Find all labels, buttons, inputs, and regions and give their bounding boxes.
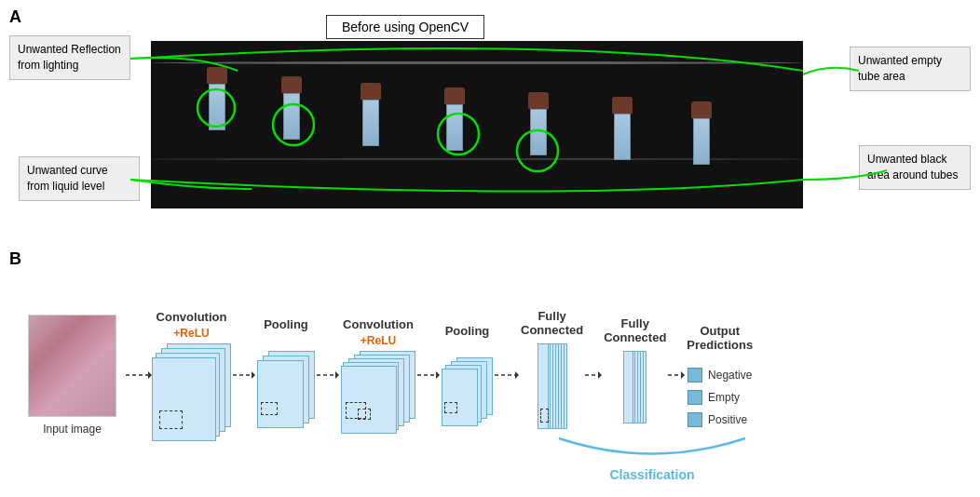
cnn-diagram: Input image Convolution +ReLU xyxy=(28,268,969,482)
circle-overlay xyxy=(151,41,803,208)
classification-area: Classification xyxy=(522,434,783,482)
section-b-label: B xyxy=(9,249,21,269)
svg-marker-15 xyxy=(598,371,602,379)
svg-marker-17 xyxy=(681,371,685,379)
output-square-3 xyxy=(687,412,702,427)
camera-image xyxy=(151,41,803,208)
classification-curve-svg xyxy=(550,434,755,462)
output-square-2 xyxy=(687,390,702,405)
pool1-label: Pooling xyxy=(264,317,308,331)
svg-marker-11 xyxy=(436,371,440,379)
conv2-block: Convolution +ReLU xyxy=(341,317,415,433)
arrow-4 xyxy=(415,319,442,431)
annotation-empty-tube: Unwanted empty tube area xyxy=(850,47,971,91)
svg-point-0 xyxy=(197,89,235,127)
input-image xyxy=(28,315,116,417)
arrow-2 xyxy=(231,319,257,431)
input-image-container: Input image xyxy=(28,315,116,436)
arrow-5 xyxy=(493,319,521,431)
arrow-6 xyxy=(583,319,604,431)
section-b: B Input image Convolution +ReLU xyxy=(9,249,971,490)
output-label: Output Predictions xyxy=(687,324,753,352)
before-opencv-box: Before using OpenCV xyxy=(326,15,484,39)
output-negative: Negative xyxy=(708,368,752,383)
output-positive: Positive xyxy=(708,412,752,427)
input-label: Input image xyxy=(43,423,102,436)
fc1-label: Fully Connected xyxy=(521,309,583,337)
svg-marker-13 xyxy=(515,371,519,379)
classification-label: Classification xyxy=(522,467,783,482)
annotation-black-area: Unwanted black area around tubes xyxy=(859,145,971,190)
fc2-block: Fully Connected xyxy=(604,316,666,435)
annotation-curve: Unwanted curve from liquid level xyxy=(19,156,140,201)
conv1-block: Convolution +ReLU xyxy=(152,310,231,441)
arrow-7 xyxy=(666,319,687,431)
conv1-sublabel: +ReLU xyxy=(173,327,209,340)
output-square-1 xyxy=(687,368,702,383)
svg-point-3 xyxy=(517,130,558,171)
section-a: A Before using OpenCV xyxy=(9,7,971,238)
arrow-1 xyxy=(124,319,152,431)
conv2-label: Convolution xyxy=(343,317,414,331)
conv1-label: Convolution xyxy=(157,310,227,324)
svg-marker-7 xyxy=(252,371,255,379)
conv2-sublabel: +ReLU xyxy=(361,334,396,347)
pool2-block: Pooling xyxy=(442,324,493,427)
svg-point-2 xyxy=(438,114,479,154)
fc2-label: Fully Connected xyxy=(604,316,666,344)
svg-point-1 xyxy=(273,104,314,145)
pool2-label: Pooling xyxy=(445,324,490,338)
arrow-3 xyxy=(315,319,341,431)
annotation-reflection: Unwanted Reflection from lighting xyxy=(9,35,130,80)
pool1-block: Pooling xyxy=(257,317,315,433)
output-empty: Empty xyxy=(708,390,752,405)
svg-marker-9 xyxy=(335,371,339,379)
output-block: Output Predictions Negative Empty Positi… xyxy=(687,324,753,427)
section-a-label: A xyxy=(9,7,21,27)
fc1-block: Fully Connected xyxy=(521,309,583,441)
